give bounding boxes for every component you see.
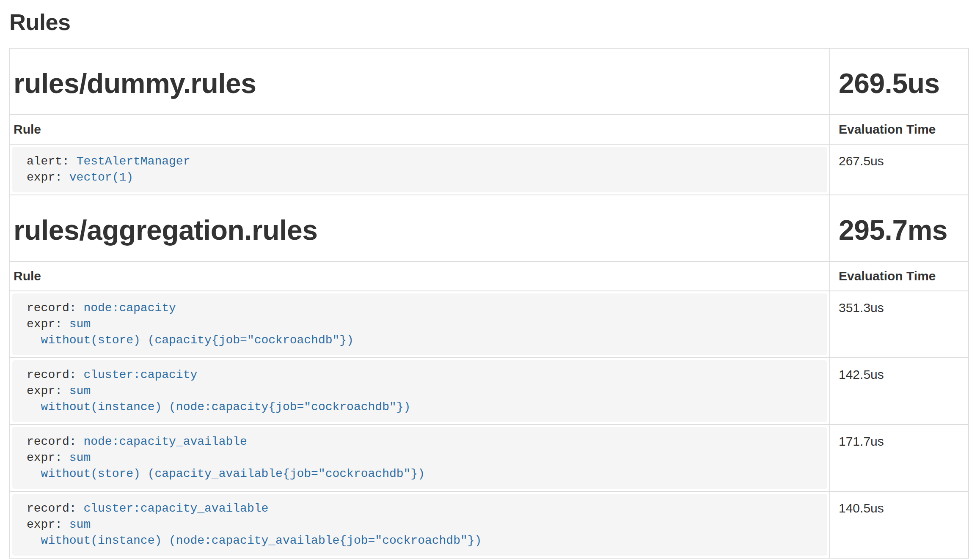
- rule-name-link[interactable]: cluster:capacity_available: [83, 502, 268, 515]
- rules-page: Rules rules/dummy.rules 269.5us Rule Eva…: [0, 0, 980, 559]
- page-title: Rules: [9, 8, 969, 36]
- rule-eval-time: 140.5us: [830, 491, 969, 558]
- rule-row: record:cluster:capacity_availableexpr:su…: [10, 491, 969, 558]
- rule-definition: alert:TestAlertManagerexpr:vector(1): [12, 147, 827, 192]
- rule-expr-link[interactable]: sum without(store) (capacity_available{j…: [27, 451, 425, 480]
- group-file-title: rules/dummy.rules: [14, 68, 826, 99]
- rule-name-link[interactable]: cluster:capacity: [83, 368, 197, 381]
- rule-name-link[interactable]: node:capacity_available: [83, 435, 247, 448]
- rule-definition: record:node:capacity_availableexpr:sum w…: [12, 427, 827, 489]
- group-file-title: rules/aggregation.rules: [14, 215, 826, 246]
- rule-name-link[interactable]: node:capacity: [83, 301, 176, 315]
- rule-name-link[interactable]: TestAlertManager: [77, 155, 190, 168]
- group-total-eval-time: 295.7ms: [839, 215, 965, 246]
- rule-definition: record:node:capacityexpr:sum without(sto…: [12, 293, 827, 355]
- column-header-row: Rule Evaluation Time: [10, 115, 969, 144]
- column-header-row: Rule Evaluation Time: [10, 261, 969, 291]
- rule-kind-label: record:: [27, 435, 77, 448]
- rule-eval-time: 171.7us: [830, 425, 969, 491]
- group-header-row: rules/aggregation.rules 295.7ms: [10, 195, 969, 261]
- rule-kind-label: record:: [27, 502, 77, 515]
- expr-label: expr:: [27, 518, 62, 531]
- rule-eval-time: 267.5us: [830, 144, 969, 195]
- rule-definition: record:cluster:capacity_availableexpr:su…: [12, 494, 827, 556]
- rule-row: alert:TestAlertManagerexpr:vector(1) 267…: [10, 144, 969, 195]
- rule-row: record:node:capacityexpr:sum without(sto…: [10, 291, 969, 358]
- rule-kind-label: alert:: [27, 155, 69, 168]
- rule-eval-time: 351.3us: [830, 291, 969, 358]
- expr-label: expr:: [27, 318, 62, 331]
- expr-label: expr:: [27, 451, 62, 464]
- rule-column-header: Rule: [10, 261, 830, 291]
- rule-row: record:node:capacity_availableexpr:sum w…: [10, 425, 969, 491]
- rule-kind-label: record:: [27, 368, 77, 381]
- rule-kind-label: record:: [27, 301, 77, 315]
- rule-row: record:cluster:capacityexpr:sum without(…: [10, 358, 969, 425]
- expr-label: expr:: [27, 171, 62, 184]
- rule-expr-link[interactable]: sum without(store) (capacity{job="cockro…: [27, 318, 354, 347]
- rule-column-header: Rule: [10, 115, 830, 144]
- rules-table: rules/dummy.rules 269.5us Rule Evaluatio…: [9, 48, 969, 559]
- evaluation-time-column-header: Evaluation Time: [830, 261, 969, 291]
- rule-expr-link[interactable]: sum without(instance) (node:capacity{job…: [27, 384, 410, 414]
- group-header-row: rules/dummy.rules 269.5us: [10, 48, 969, 115]
- evaluation-time-column-header: Evaluation Time: [830, 115, 969, 144]
- rule-eval-time: 142.5us: [830, 358, 969, 425]
- group-total-eval-time: 269.5us: [839, 68, 965, 99]
- rule-expr-link[interactable]: vector(1): [69, 171, 133, 184]
- expr-label: expr:: [27, 384, 62, 397]
- rule-definition: record:cluster:capacityexpr:sum without(…: [12, 360, 827, 422]
- rule-expr-link[interactable]: sum without(instance) (node:capacity_ava…: [27, 518, 482, 547]
